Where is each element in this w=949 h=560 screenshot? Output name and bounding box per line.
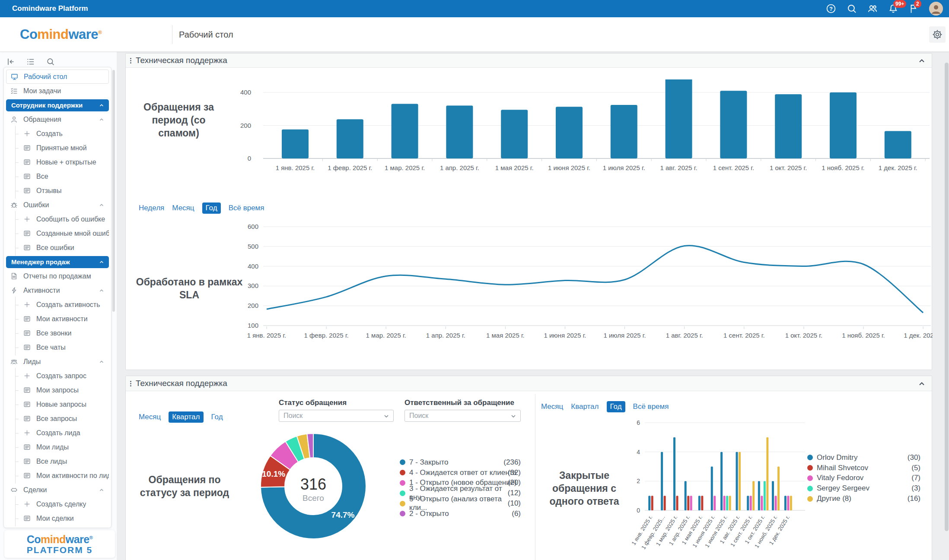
sidebar-item-29[interactable]: Сделки <box>6 483 109 497</box>
sidebar-item-7[interactable]: Все <box>6 169 109 184</box>
notifications-bell-icon[interactable]: 99+ <box>888 3 899 14</box>
sidebar-item-27[interactable]: Все лиды <box>6 454 109 468</box>
sidebar-item-17[interactable]: Мои активности <box>6 312 109 326</box>
svg-text:0: 0 <box>248 155 251 162</box>
sidebar-item-18[interactable]: Все звонки <box>6 326 109 340</box>
chevron-up-icon[interactable] <box>99 117 105 123</box>
chevron-up-icon[interactable] <box>99 202 105 208</box>
legend-item[interactable]: Sergey Sergeev(3) <box>807 483 920 494</box>
avatar[interactable] <box>929 2 943 16</box>
sidebar-item-11[interactable]: Созданные мной ошибки <box>6 226 109 240</box>
comindware-logo: Comindware® <box>20 27 102 42</box>
svg-text:1 дек. 2025 г.: 1 дек. 2025 г. <box>879 164 917 171</box>
widget1-title: Техническая поддержка <box>136 56 227 65</box>
sidebar-item-6[interactable]: Новые + открытые <box>6 155 109 169</box>
sidebar-item-label: Создать активность <box>36 301 100 309</box>
mini-chart-title: Закрытые обращения с одного ответа <box>535 469 634 508</box>
filter-Месяц[interactable]: Месяц <box>139 413 161 421</box>
list-icon <box>23 443 31 451</box>
sidebar-item-25[interactable]: Создать лида <box>6 426 109 440</box>
filter-Год[interactable]: Год <box>202 202 221 214</box>
page-scrollbar[interactable] <box>945 63 949 531</box>
legend-item[interactable]: 4 - Ожидается ответ от клиента(32) <box>400 468 521 478</box>
chevron-up-icon[interactable] <box>99 259 105 265</box>
filter-Всё время[interactable]: Всё время <box>229 204 264 212</box>
assignee-dropdown-box[interactable]: Поиск <box>404 410 521 422</box>
svg-text:1 авг. 2025 г.: 1 авг. 2025 г. <box>660 164 697 171</box>
sidebar-item-8[interactable]: Отзывы <box>6 184 109 198</box>
sidebar-item-28[interactable]: Мои активности по лидам <box>6 468 109 483</box>
sidebar-item-section-13[interactable]: Менеджер продаж <box>6 256 109 268</box>
sidebar-item-15[interactable]: Активности <box>6 283 109 297</box>
sidebar-item-1[interactable]: Мои задачи <box>6 84 109 98</box>
sidebar-item-12[interactable]: Все ошибки <box>6 240 109 255</box>
legend-item[interactable]: 7 - Закрыто(236) <box>400 457 521 468</box>
nav-search-icon[interactable] <box>46 57 55 66</box>
drag-handle-icon[interactable] <box>130 380 132 387</box>
collapse-widget1-icon[interactable] <box>918 57 926 65</box>
sidebar-item-label: Рабочий стол <box>24 73 67 81</box>
filter-Год[interactable]: Год <box>607 401 625 412</box>
settings-gear-icon[interactable] <box>929 26 946 43</box>
sidebar-item-22[interactable]: Мои запросы <box>6 383 109 397</box>
filter-Квартал[interactable]: Квартал <box>169 411 203 423</box>
sidebar-item-30[interactable]: Создать сделку <box>6 497 109 511</box>
legend-count: (3) <box>911 484 920 493</box>
sidebar-item-5[interactable]: Принятые мной <box>6 141 109 155</box>
users-icon[interactable] <box>867 3 878 14</box>
chevron-up-icon[interactable] <box>99 487 105 493</box>
svg-text:1 сент. 2025 г.: 1 сент. 2025 г. <box>723 332 765 339</box>
sidebar-item-16[interactable]: Создать активность <box>6 297 109 312</box>
flag-icon[interactable]: 2 <box>908 3 920 14</box>
collapse-widget2-icon[interactable] <box>918 380 926 388</box>
filter-Неделя[interactable]: Неделя <box>139 204 164 212</box>
sidebar-item-24[interactable]: Все запросы <box>6 411 109 426</box>
sidebar-item-3[interactable]: Обращения <box>6 112 109 127</box>
sidebar-item-21[interactable]: Создать запрос <box>6 369 109 383</box>
sidebar-item-4[interactable]: Создать <box>6 127 109 141</box>
svg-text:1 июня 2025 г.: 1 июня 2025 г. <box>548 164 590 171</box>
filter-Месяц[interactable]: Месяц <box>541 402 563 411</box>
collapse-sidebar-icon[interactable] <box>6 57 16 66</box>
sidebar-item-20[interactable]: Лиды <box>6 354 109 369</box>
sidebar-item-31[interactable]: Мои сделки <box>6 511 109 525</box>
filter-Квартал[interactable]: Квартал <box>571 402 599 411</box>
sidebar-item-23[interactable]: Новые запросы <box>6 397 109 411</box>
svg-text:1 мар. 2025 г.: 1 мар. 2025 г. <box>385 164 425 171</box>
chevron-up-icon[interactable] <box>99 102 105 108</box>
sidebar-item-9[interactable]: Ошибки <box>6 198 109 212</box>
chevron-up-icon[interactable] <box>99 359 105 365</box>
sidebar-item-10[interactable]: Сообщить об ошибке <box>6 212 109 226</box>
legend-item[interactable]: Orlov Dmitry(30) <box>807 452 920 463</box>
legend-dot-icon <box>400 490 405 496</box>
svg-text:200: 200 <box>240 122 251 129</box>
drag-handle-icon[interactable] <box>130 57 132 64</box>
list-icon <box>23 315 31 323</box>
sidebar-item-section-2[interactable]: Сотрудник поддержки <box>6 99 109 111</box>
chevron-up-icon[interactable] <box>99 288 105 294</box>
nav-list-icon[interactable] <box>26 57 35 66</box>
people-icon <box>10 358 18 365</box>
legend-dot-icon <box>400 511 405 516</box>
sidebar-item-26[interactable]: Мои лиды <box>6 440 109 454</box>
search-icon[interactable] <box>846 3 857 14</box>
legend-item[interactable]: 2 - Открыто(6) <box>400 509 521 519</box>
sidebar-item-label: Мои сделки <box>36 515 74 522</box>
help-icon[interactable]: ? <box>825 3 837 14</box>
status-dropdown-box[interactable]: Поиск <box>279 410 394 422</box>
header: Comindware® Рабочий стол <box>0 17 949 52</box>
sidebar-item-label: Новые + открытые <box>36 158 96 166</box>
sidebar-item-19[interactable]: Все чаты <box>6 340 109 354</box>
legend-item[interactable]: Другие (8)(16) <box>807 494 920 504</box>
widget2-title: Техническая поддержка <box>136 379 227 388</box>
legend-item[interactable]: 5 - Открыто (анализ ответа кли...(10) <box>400 498 521 509</box>
filter-Месяц[interactable]: Месяц <box>172 204 194 212</box>
sidebar-item-label: Мои активности <box>36 315 88 323</box>
sidebar-item-14[interactable]: Отчеты по продажам <box>6 269 109 283</box>
sidebar-item-0[interactable]: Рабочий стол <box>6 70 109 84</box>
legend-item[interactable]: Vitaly Fedorov(7) <box>807 473 920 484</box>
sidebar-scrollbar[interactable] <box>112 70 115 312</box>
legend-item[interactable]: Mihail Shvetcov(5) <box>807 463 920 473</box>
filter-Год[interactable]: Год <box>211 413 223 421</box>
filter-Всё время[interactable]: Всё время <box>633 402 669 411</box>
